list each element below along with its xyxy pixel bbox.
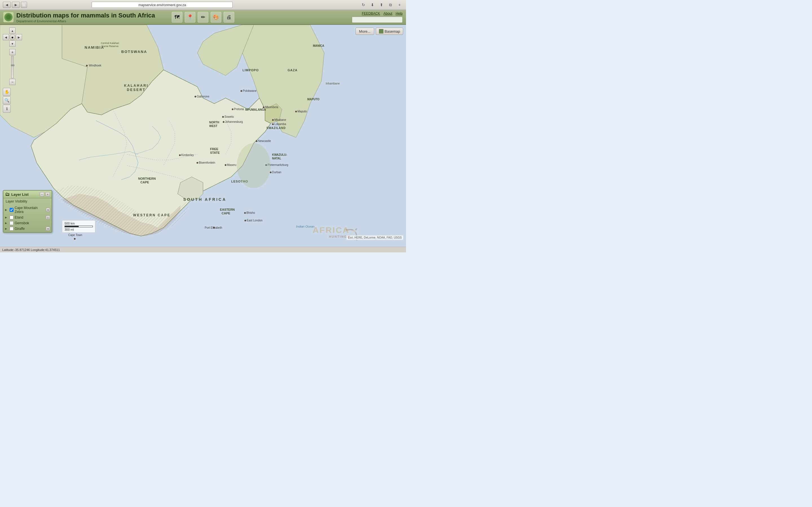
expand-icon-giraffe[interactable]: ▶ (5, 227, 8, 230)
header-icons: 🗺 📍 ✏ 🎨 🖨 (172, 12, 234, 22)
zoom-select-button[interactable]: 🔍 (3, 96, 11, 104)
map-container[interactable]: NAMIBIA BOTSWANA Central Kalahari Game R… (0, 25, 406, 247)
app-logo-area: Distribution maps for mammals in South A… (3, 12, 155, 23)
layer-panel-header: 🗂 Layer List − × (3, 191, 52, 198)
svg-point-48 (256, 140, 257, 142)
expand-icon-eland[interactable]: ▶ (5, 216, 8, 219)
app-title-area: Distribution maps for mammals in South A… (16, 12, 155, 23)
zoom-slider[interactable] (11, 56, 13, 78)
pan-center-button[interactable]: ● (9, 34, 15, 40)
svg-text:NORTHERN: NORTHERN (138, 177, 156, 180)
layer-panel-close-button[interactable]: × (45, 192, 50, 196)
search-input[interactable] (352, 17, 403, 23)
svg-text:Game Reserve: Game Reserve (101, 45, 119, 48)
list-item: ▶ Gemsbok (3, 220, 52, 226)
layer-scroll-giraffe[interactable]: ⊕ (46, 227, 50, 231)
svg-text:NATAL: NATAL (272, 157, 281, 160)
svg-point-34 (232, 108, 234, 110)
layer-checkbox-giraffe[interactable] (10, 227, 13, 231)
layer-visibility-label: Layer Visibility (3, 198, 52, 205)
svg-text:Soweto: Soweto (224, 115, 234, 118)
app-title: Distribution maps for mammals in South A… (16, 12, 155, 19)
layers-icon: 🗂 (5, 192, 10, 197)
svg-text:Central Kalahari: Central Kalahari (101, 42, 119, 45)
svg-point-69 (237, 143, 271, 188)
layer-panel-controls: − × (40, 192, 50, 196)
layer-checkbox-eland[interactable] (10, 216, 13, 219)
pan-up-button[interactable]: ▲ (9, 27, 15, 34)
zoom-out-button[interactable]: − (9, 79, 15, 85)
layer-scroll-zebra[interactable]: ⊕ (46, 208, 50, 212)
pan-down-button[interactable]: ▼ (9, 41, 15, 47)
about-link[interactable]: About (384, 11, 392, 15)
window-button[interactable]: ⬜ (21, 2, 27, 8)
svg-text:Maseru: Maseru (227, 163, 236, 166)
svg-text:CAPE: CAPE (221, 212, 231, 215)
scale-bar: 500 km 300 mi (62, 220, 95, 233)
more-button[interactable]: More... (356, 27, 374, 35)
layer-panel-minimize-button[interactable]: − (40, 192, 44, 196)
pan-tool-button[interactable]: ✋ (3, 88, 11, 96)
map-icon-btn[interactable]: 🗺 (172, 12, 183, 22)
help-link[interactable]: Help (396, 11, 403, 15)
svg-text:BOTSWANA: BOTSWANA (121, 50, 147, 54)
svg-point-42 (272, 119, 274, 121)
svg-text:Maputo: Maputo (297, 110, 307, 113)
app-subtitle: Department of Environmental Affairs (16, 19, 155, 23)
download-button[interactable]: ⬇ (369, 2, 376, 8)
layer-name-eland: Eland (15, 216, 45, 219)
pan-grid: ▲ ◀ ● ▶ ▼ (3, 27, 22, 47)
svg-text:FREE: FREE (210, 147, 218, 151)
layer-scroll-eland[interactable]: ∥ (46, 216, 50, 219)
svg-text:WESTERN CAPE: WESTERN CAPE (133, 213, 170, 217)
pan-left-button[interactable]: ◀ (3, 34, 9, 40)
info-tool-button[interactable]: ℹ (3, 105, 11, 113)
svg-point-32 (241, 90, 242, 92)
svg-point-44 (272, 123, 274, 125)
add-tab-button[interactable]: + (396, 2, 403, 8)
list-item: ▶ Cape Mountain Zebra ⊕ (3, 205, 52, 215)
url-bar[interactable]: mapservice.environment.gov.za (92, 2, 233, 8)
attribution: Esri, HERE, DeLorme, NOAA, FAO, USGS (347, 235, 403, 240)
forward-button[interactable]: ▶ (12, 2, 20, 8)
expand-icon-gemsbok[interactable]: ▶ (5, 222, 8, 224)
fullscreen-button[interactable]: ⧉ (387, 2, 394, 8)
svg-text:Windhoek: Windhoek (89, 64, 101, 67)
basemap-button[interactable]: Basemap (376, 27, 403, 35)
layer-panel-title-area: 🗂 Layer List (5, 192, 29, 197)
svg-point-52 (225, 164, 226, 166)
app-header: Distribution maps for mammals in South A… (0, 10, 406, 25)
expand-icon-zebra[interactable]: ▶ (5, 209, 8, 211)
layer-name-zebra: Cape Mountain Zebra (15, 206, 45, 214)
svg-text:East London: East London (247, 219, 262, 222)
pencil-icon-btn[interactable]: ✏ (198, 12, 208, 22)
svg-text:EASTERN: EASTERN (220, 208, 235, 211)
pan-right-button[interactable]: ▶ (16, 34, 22, 40)
reload-button[interactable]: ↻ (360, 2, 367, 8)
share-button[interactable]: ⬆ (378, 2, 385, 8)
pin-icon-btn[interactable]: 📍 (185, 12, 195, 22)
svg-text:Port Elizabeth: Port Elizabeth (205, 226, 222, 229)
layer-checkbox-gemsbok[interactable] (10, 221, 13, 225)
basemap-icon (379, 29, 384, 34)
layer-panel-title-text: Layer List (11, 192, 29, 196)
browser-actions: ↻ ⬇ ⬆ ⧉ + (360, 2, 403, 8)
svg-point-40 (263, 107, 264, 108)
feedback-link[interactable]: FEEDBACK (362, 11, 380, 15)
layer-checkbox-zebra[interactable] (10, 208, 13, 212)
layer-panel: 🗂 Layer List − × Layer Visibility ▶ Cape… (3, 190, 52, 233)
print-icon-btn[interactable]: 🖨 (223, 12, 234, 22)
palette-icon-btn[interactable]: 🎨 (211, 12, 221, 22)
svg-text:Pretoria: Pretoria (234, 108, 244, 111)
svg-text:MANICA: MANICA (313, 44, 324, 47)
svg-point-36 (222, 116, 224, 118)
svg-text:Kimberley: Kimberley (181, 154, 194, 157)
nav-controls: ▲ ◀ ● ▶ ▼ + − ✋ 🔍 ℹ (3, 27, 22, 113)
browser-chrome: ◀ ▶ ⬜ mapservice.environment.gov.za ↻ ⬇ … (0, 0, 406, 10)
layer-items: ▶ Cape Mountain Zebra ⊕ ▶ Eland ∥ ▶ Gems… (3, 205, 52, 232)
zoom-in-button[interactable]: + (9, 49, 15, 55)
svg-point-54 (197, 162, 198, 164)
svg-text:CAPE: CAPE (140, 180, 149, 184)
back-button[interactable]: ◀ (3, 2, 11, 8)
svg-text:SOUTH AFRICA: SOUTH AFRICA (183, 197, 226, 202)
